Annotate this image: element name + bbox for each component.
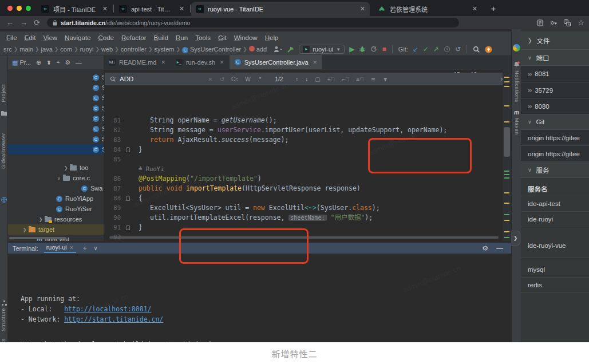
reload-icon[interactable]: ⟳ (34, 18, 40, 27)
window-minimize-button[interactable] (17, 6, 22, 11)
git-commit-icon[interactable]: ✓ (423, 46, 429, 53)
menu-file[interactable]: File (3, 33, 21, 42)
terminal-tab-ruoyi-ui[interactable]: ruoyi-ui ✕ (44, 243, 76, 253)
update-available-icon[interactable] (485, 46, 492, 53)
regex-toggle[interactable]: .* (258, 76, 262, 82)
tree-item-RuoYiSer[interactable]: CRuoYiSer (8, 204, 104, 214)
tool-stripe-project[interactable]: Project (1, 84, 6, 102)
filter-add-icon[interactable]: +⃦ (327, 76, 335, 82)
prev-match-icon[interactable]: ↑ (295, 76, 298, 82)
tree-row-class-stub[interactable]: CS (8, 93, 104, 103)
collapse-all-icon[interactable]: ÷ (57, 60, 60, 66)
tree-row-class-stub[interactable]: CS (8, 113, 104, 124)
close-editor-tab-icon[interactable]: ✕ (161, 60, 165, 65)
translate-icon[interactable]: 文A (564, 19, 571, 26)
bookmark-star-icon[interactable]: ☆ (578, 18, 584, 27)
search-input[interactable]: ADD (120, 76, 133, 82)
stop-button[interactable]: ■ (382, 46, 386, 53)
filter-exclude-icon[interactable]: ⌐⃦ (342, 76, 349, 82)
close-terminal-tab-icon[interactable]: ✕ (68, 245, 74, 251)
build-hammer-icon[interactable] (287, 46, 294, 53)
run-configuration-select[interactable]: ▸ ruoyi-ui ▼ (299, 45, 345, 54)
menu-code[interactable]: Code (95, 33, 118, 42)
tree-item-resources[interactable]: ❯resources (8, 214, 104, 224)
run-button[interactable]: ▶ (349, 46, 354, 53)
window-zoom-button[interactable] (26, 6, 31, 11)
browser-tab-4[interactable]: 若依管理系统✕ (373, 2, 482, 16)
tree-row-selected[interactable]: CS (8, 144, 104, 155)
section-ports[interactable]: ∨端口 (521, 50, 589, 66)
forward-icon[interactable]: → (20, 18, 27, 27)
url-bar[interactable]: start.titanide.cn/ide/web/coding/ruoyi-v… (47, 18, 459, 27)
git-push-icon[interactable]: ↗ (433, 46, 439, 53)
menu-edit[interactable]: Edit (21, 33, 39, 42)
filter-lines-icon[interactable]: ≡⃦ (356, 76, 363, 82)
tool-stripe-notifications[interactable]: Notifications (514, 70, 520, 102)
hide-panel-icon[interactable]: — (76, 59, 82, 66)
git-update-icon[interactable]: ↙ (413, 46, 418, 53)
breadcrumb-method[interactable]: add (249, 46, 267, 53)
menu-tools[interactable]: Tools (192, 33, 214, 42)
service-row[interactable]: ide-api-test (521, 196, 589, 212)
menu-navigate[interactable]: Navigate (61, 33, 94, 42)
menu-refactor[interactable]: Refactor (118, 33, 149, 42)
git-remote-row[interactable]: origin https://gitee (521, 130, 589, 146)
coverage-button[interactable] (370, 46, 377, 53)
filter-funnel-icon[interactable]: ▼ (382, 76, 388, 82)
search-options-icon[interactable]: ≣ (371, 76, 375, 82)
search-everywhere-icon[interactable] (473, 46, 480, 53)
editor-vscrollbar[interactable] (504, 127, 510, 157)
tree-item-target[interactable]: ❯target (8, 224, 104, 235)
search-history-icon[interactable]: ↺ (220, 76, 224, 82)
editor-tab-run-dev.sh[interactable]: ▸_run-dev.sh✕ (171, 55, 230, 69)
panel-expander-button[interactable]: ❯ (511, 231, 520, 246)
tree-row-class-stub[interactable]: CS (8, 82, 104, 93)
breadcrumb-item[interactable]: com (60, 46, 72, 53)
reading-mode-icon[interactable] (537, 19, 543, 26)
breadcrumb-item[interactable]: java (41, 46, 53, 53)
breadcrumb-item[interactable]: controller (121, 46, 147, 53)
section-files[interactable]: ❯文件 (521, 31, 589, 50)
editor-tab-README.md[interactable]: M↓README.md✕ (104, 55, 171, 69)
panel-settings-icon[interactable]: ⚙ (65, 59, 70, 66)
menu-git[interactable]: Git (215, 33, 230, 42)
tree-row-class-stub[interactable]: CS (8, 124, 104, 134)
menu-help[interactable]: Help (262, 33, 282, 42)
select-all-matches-icon[interactable]: ▢ (315, 76, 320, 82)
git-remote-row[interactable]: origin https://gitee (521, 146, 589, 162)
tree-item-Swa[interactable]: CSwa (8, 183, 104, 193)
breadcrumb-item[interactable]: src (3, 46, 12, 53)
breadcrumb-item[interactable]: web (101, 46, 113, 53)
fold-pin-icon[interactable] (126, 196, 130, 201)
tool-stripe-maven[interactable]: Maven (514, 118, 520, 135)
terminal-output[interactable]: App running at:- Local: http://localhost… (8, 254, 511, 342)
tree-item-core.c[interactable]: ∨core.c (8, 173, 104, 183)
menu-run[interactable]: Run (172, 33, 191, 42)
search-icon[interactable] (110, 76, 116, 82)
debug-button[interactable] (359, 46, 366, 53)
back-icon[interactable]: ← (6, 18, 14, 27)
tool-stripe-structure[interactable]: Structure (1, 308, 6, 331)
service-row[interactable]: mysql (521, 262, 589, 278)
menu-window[interactable]: Window (231, 33, 261, 42)
port-row[interactable]: ∞35729 (521, 82, 589, 98)
titanide-sphere-icon[interactable] (513, 44, 520, 52)
service-row[interactable]: ide-ruoyi (521, 212, 589, 227)
password-key-icon[interactable] (550, 19, 557, 26)
error-stripe[interactable] (503, 70, 511, 241)
git-history-icon[interactable] (444, 46, 450, 53)
locate-file-icon[interactable]: ⊕ (36, 59, 41, 66)
menu-build[interactable]: Build (151, 33, 172, 42)
tree-item-too[interactable]: ❯too (8, 163, 104, 173)
section-services[interactable]: ∨服务 (521, 162, 589, 178)
new-tab-button[interactable]: + (488, 3, 499, 14)
port-row[interactable]: ∞8081 (521, 66, 589, 82)
breadcrumb-class[interactable]: CSysUserController (182, 46, 241, 53)
breadcrumb-item[interactable]: system (155, 46, 175, 53)
clear-search-icon[interactable]: ✕ (208, 76, 212, 82)
section-git[interactable]: ∨Git (521, 114, 589, 130)
breadcrumb-item[interactable]: ruoyi (80, 46, 94, 53)
window-close-button[interactable] (7, 6, 13, 11)
menu-view[interactable]: View (39, 33, 61, 42)
browser-tab-2[interactable]: ‹›api-test - TitanIDE✕ (114, 2, 189, 16)
